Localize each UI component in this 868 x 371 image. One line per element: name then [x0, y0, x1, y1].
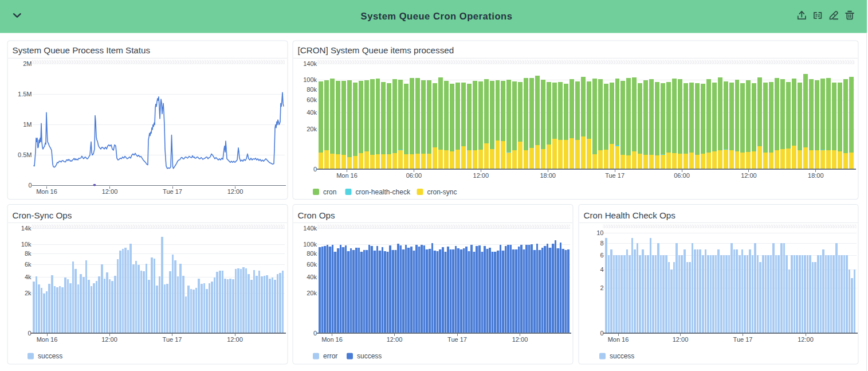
svg-text:06:00: 06:00	[674, 172, 690, 179]
svg-text:12:00: 12:00	[473, 172, 489, 179]
svg-text:60k: 60k	[307, 261, 317, 268]
svg-text:2M: 2M	[23, 60, 32, 67]
svg-text:0: 0	[313, 166, 317, 173]
svg-text:4k: 4k	[25, 274, 32, 280]
svg-text:6: 6	[600, 252, 603, 259]
svg-text:error: error	[323, 352, 337, 360]
svg-text:14k: 14k	[21, 225, 32, 232]
svg-text:Mon 16: Mon 16	[36, 188, 57, 195]
svg-text:cron-health-check: cron-health-check	[356, 188, 411, 196]
svg-text:6k: 6k	[25, 261, 32, 268]
svg-text:System Queue Cron Operations: System Queue Cron Operations	[361, 11, 513, 21]
svg-text:140k: 140k	[303, 60, 317, 67]
svg-text:4: 4	[600, 266, 603, 273]
svg-text:[CRON] System Queue items proc: [CRON] System Queue items processed	[298, 45, 454, 55]
svg-text:Cron-Sync Ops: Cron-Sync Ops	[13, 210, 72, 220]
svg-text:Mon 16: Mon 16	[321, 336, 343, 343]
svg-text:Tue 17: Tue 17	[733, 336, 753, 343]
svg-text:12:00: 12:00	[798, 336, 814, 343]
svg-text:12:00: 12:00	[102, 188, 118, 195]
svg-text:0: 0	[28, 182, 32, 189]
svg-text:1.5M: 1.5M	[18, 91, 32, 97]
svg-text:12:00: 12:00	[387, 336, 403, 343]
svg-text:40k: 40k	[307, 109, 317, 116]
svg-text:12:00: 12:00	[512, 336, 528, 343]
svg-text:cron: cron	[323, 188, 336, 196]
svg-text:8k: 8k	[25, 250, 32, 257]
svg-text:Tue 17: Tue 17	[605, 172, 625, 179]
svg-text:0.5M: 0.5M	[18, 151, 32, 158]
svg-text:Tue 17: Tue 17	[163, 336, 182, 343]
svg-text:60k: 60k	[307, 96, 317, 103]
svg-text:0: 0	[28, 330, 31, 337]
svg-text:12:00: 12:00	[673, 336, 689, 343]
svg-text:80k: 80k	[307, 250, 317, 257]
svg-text:Mon 16: Mon 16	[336, 172, 358, 179]
svg-text:20k: 20k	[307, 290, 317, 296]
svg-text:Tue 17: Tue 17	[447, 336, 467, 343]
svg-text:1M: 1M	[23, 121, 32, 128]
svg-text:2: 2	[600, 284, 603, 291]
svg-text:40k: 40k	[307, 274, 317, 280]
svg-text:success: success	[38, 352, 62, 360]
svg-text:0: 0	[600, 330, 603, 337]
svg-text:0: 0	[313, 330, 317, 337]
svg-text:System Queue Process Item Stat: System Queue Process Item Status	[13, 45, 151, 55]
svg-text:Tue 17: Tue 17	[163, 188, 182, 195]
svg-text:100k: 100k	[303, 241, 317, 248]
svg-text:06:00: 06:00	[406, 172, 422, 179]
svg-text:18:00: 18:00	[540, 172, 556, 179]
svg-text:12:00: 12:00	[101, 336, 117, 343]
svg-text:Mon 16: Mon 16	[608, 336, 629, 343]
svg-text:18:00: 18:00	[808, 172, 824, 179]
svg-text:12:00: 12:00	[227, 188, 243, 195]
svg-text:success: success	[610, 352, 634, 360]
svg-text:cron-sync: cron-sync	[427, 188, 457, 196]
svg-text:2k: 2k	[25, 290, 32, 296]
svg-text:80k: 80k	[307, 86, 317, 93]
svg-text:12:00: 12:00	[741, 172, 757, 179]
svg-text:12:00: 12:00	[227, 336, 243, 343]
svg-text:100k: 100k	[303, 76, 317, 83]
svg-text:Mon 16: Mon 16	[37, 336, 58, 343]
svg-text:10k: 10k	[21, 241, 32, 248]
svg-text:10: 10	[596, 229, 603, 236]
svg-text:Cron Ops: Cron Ops	[298, 210, 335, 220]
svg-text:140k: 140k	[303, 225, 317, 232]
svg-text:Cron Health Check Ops: Cron Health Check Ops	[584, 210, 676, 220]
svg-text:8: 8	[600, 240, 603, 247]
svg-text:success: success	[357, 352, 382, 360]
svg-text:20k: 20k	[307, 126, 317, 132]
